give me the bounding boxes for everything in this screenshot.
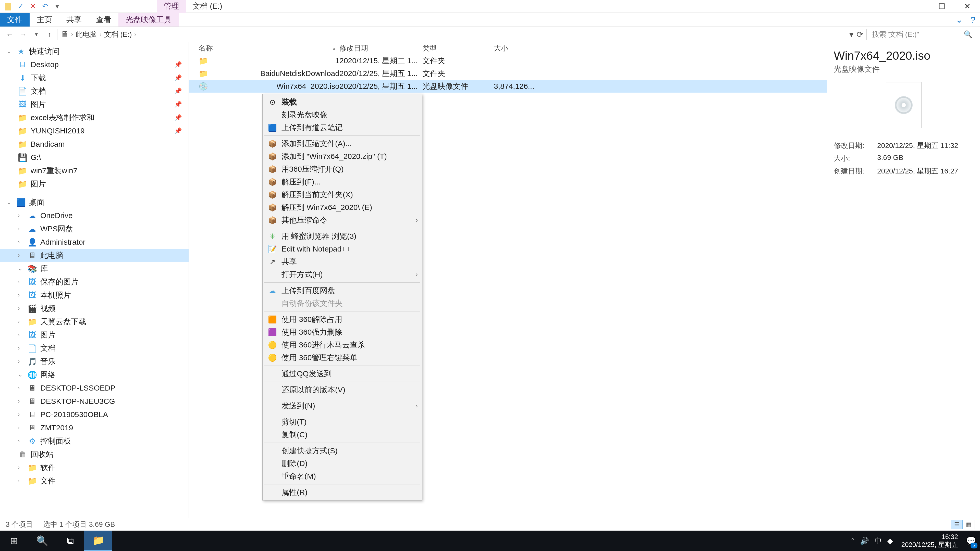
context-menu-item[interactable]: 还原以前的版本(V) bbox=[263, 383, 422, 396]
nav-music[interactable]: ›🎵音乐 bbox=[0, 355, 189, 368]
nav-desktop-root[interactable]: ⌄🟦桌面 bbox=[0, 196, 189, 209]
search-box[interactable]: 搜索"文档 (E:)" 🔍 bbox=[869, 29, 976, 40]
context-menu-item[interactable]: 📦其他压缩命令› bbox=[263, 214, 422, 227]
context-menu-item[interactable]: 创建快捷方式(S) bbox=[263, 445, 422, 457]
context-menu-item[interactable]: 🟦上传到有道云笔记 bbox=[263, 121, 422, 134]
context-menu-item[interactable]: 重命名(M) bbox=[263, 470, 422, 483]
search-icon[interactable]: 🔍 bbox=[964, 30, 973, 38]
context-menu-item[interactable]: 📦解压到 Win7x64_2020\ (E) bbox=[263, 201, 422, 214]
nav-tianyi[interactable]: ›📁天翼云盘下载 bbox=[0, 315, 189, 328]
context-menu-item[interactable]: 通过QQ发送到 bbox=[263, 367, 422, 380]
nav-pictures2[interactable]: 📁图片 bbox=[0, 177, 189, 191]
nav-bandicam[interactable]: 📁Bandicam bbox=[0, 138, 189, 151]
start-button[interactable]: ⊞ bbox=[0, 530, 28, 551]
context-menu-item[interactable]: 📦解压到当前文件夹(X) bbox=[263, 188, 422, 201]
column-type[interactable]: 类型 bbox=[422, 43, 494, 53]
ribbon-tab-home[interactable]: 主页 bbox=[30, 13, 59, 27]
context-menu-item[interactable]: ☁上传到百度网盘 bbox=[263, 284, 422, 297]
action-center-button[interactable]: 💬3 bbox=[962, 530, 980, 551]
file-row[interactable]: 💿Win7x64_2020.iso2020/12/25, 星期五 1...光盘映… bbox=[189, 80, 827, 93]
context-menu-item[interactable]: 打开方式(H)› bbox=[263, 268, 422, 281]
nav-pictures3[interactable]: ›🖼图片 bbox=[0, 328, 189, 341]
nav-library[interactable]: ⌄📚库 bbox=[0, 262, 189, 275]
file-row[interactable]: 📁12020/12/15, 星期二 1...文件夹 bbox=[189, 54, 827, 67]
ime-indicator[interactable]: 中 bbox=[875, 536, 882, 546]
qat-save-icon[interactable]: ✓ bbox=[15, 1, 25, 11]
forward-button[interactable]: → bbox=[18, 29, 29, 40]
context-menu-item[interactable]: 📝Edit with Notepad++ bbox=[263, 243, 422, 256]
breadcrumb-drive[interactable]: 文档 (E:) bbox=[104, 30, 132, 39]
column-name[interactable]: 名称▴ bbox=[189, 43, 339, 53]
context-menu-item[interactable]: ✳用 蜂蜜浏览器 浏览(3) bbox=[263, 230, 422, 243]
nav-recycle-bin[interactable]: 🗑回收站 bbox=[0, 448, 189, 461]
column-date[interactable]: 修改日期 bbox=[339, 43, 422, 53]
qat-dropdown-icon[interactable]: ▾ bbox=[52, 1, 62, 11]
nav-pictures[interactable]: 🖼图片📌 bbox=[0, 98, 189, 111]
column-size[interactable]: 大小 bbox=[494, 43, 552, 53]
nav-pc2[interactable]: ›🖥DESKTOP-NJEU3CG bbox=[0, 395, 189, 408]
context-menu-item[interactable]: 刻录光盘映像 bbox=[263, 108, 422, 121]
context-menu-item[interactable]: 🟧使用 360解除占用 bbox=[263, 313, 422, 326]
nav-documents[interactable]: 📄文档📌 bbox=[0, 84, 189, 98]
maximize-button[interactable]: ☐ bbox=[929, 0, 955, 13]
tray-overflow-icon[interactable]: ˄ bbox=[851, 537, 854, 545]
nav-excel-folder[interactable]: 📁excel表格制作求和📌 bbox=[0, 111, 189, 124]
nav-wps[interactable]: ›☁WPS网盘 bbox=[0, 222, 189, 235]
nav-downloads[interactable]: ⬇下载📌 bbox=[0, 71, 189, 84]
file-row[interactable]: 📁BaiduNetdiskDownload2020/12/25, 星期五 1..… bbox=[189, 67, 827, 80]
ribbon-tab-share[interactable]: 共享 bbox=[59, 13, 89, 27]
nav-network[interactable]: ⌄🌐网络 bbox=[0, 368, 189, 381]
task-view-button[interactable]: ⧉ bbox=[56, 530, 84, 551]
folder-icon[interactable]: ▇ bbox=[3, 1, 13, 11]
nav-desktop[interactable]: 🖥Desktop📌 bbox=[0, 58, 189, 71]
nav-g-drive[interactable]: 💾G:\ bbox=[0, 151, 189, 164]
context-menu-item[interactable]: 属性(R) bbox=[263, 486, 422, 499]
context-menu-item[interactable]: 🟡使用 360管理右键菜单 bbox=[263, 351, 422, 364]
nav-saved-pictures[interactable]: ›🖼保存的图片 bbox=[0, 275, 189, 289]
context-menu-item[interactable]: 📦用360压缩打开(Q) bbox=[263, 163, 422, 176]
nav-quick-access[interactable]: ⌄★快速访问 bbox=[0, 44, 189, 58]
recent-dropdown-icon[interactable]: ▾ bbox=[30, 29, 42, 40]
address-dropdown-icon[interactable]: ▾ bbox=[850, 30, 853, 39]
search-button[interactable]: 🔍 bbox=[28, 530, 56, 551]
context-menu-item[interactable]: 🟡使用 360进行木马云查杀 bbox=[263, 338, 422, 351]
nav-software[interactable]: ›📁软件 bbox=[0, 461, 189, 474]
nav-yunqishi[interactable]: 📁YUNQISHI2019📌 bbox=[0, 124, 189, 138]
nav-pc1[interactable]: ›🖥DESKTOP-LSSOEDP bbox=[0, 381, 189, 395]
nav-administrator[interactable]: ›👤Administrator bbox=[0, 235, 189, 249]
nav-onedrive[interactable]: ›☁OneDrive bbox=[0, 209, 189, 222]
nav-pc3[interactable]: ›🖥PC-20190530OBLA bbox=[0, 408, 189, 421]
details-view-button[interactable]: ☰ bbox=[951, 520, 963, 529]
context-menu-item[interactable]: 删除(D) bbox=[263, 457, 422, 470]
nav-files[interactable]: ›📁文件 bbox=[0, 474, 189, 487]
taskbar-clock[interactable]: 16:32 2020/12/25, 星期五 bbox=[897, 533, 962, 549]
minimize-button[interactable]: — bbox=[904, 0, 929, 13]
context-menu-item[interactable]: 📦解压到(F)... bbox=[263, 176, 422, 188]
refresh-icon[interactable]: ⟳ bbox=[856, 30, 863, 39]
icons-view-button[interactable]: ▦ bbox=[963, 520, 974, 529]
nav-control-panel[interactable]: ›⚙控制面板 bbox=[0, 434, 189, 448]
context-menu-item[interactable]: ↗共享 bbox=[263, 256, 422, 268]
ribbon-tab-file[interactable]: 文件 bbox=[0, 13, 30, 27]
context-menu-item[interactable]: 📦添加到压缩文件(A)... bbox=[263, 137, 422, 150]
close-button[interactable]: ✕ bbox=[955, 0, 980, 13]
context-menu-item[interactable]: 发送到(N)› bbox=[263, 400, 422, 412]
nav-pc4[interactable]: ›🖥ZMT2019 bbox=[0, 421, 189, 434]
nav-docs3[interactable]: ›📄文档 bbox=[0, 341, 189, 355]
nav-video[interactable]: ›🎬视频 bbox=[0, 302, 189, 315]
breadcrumb-pc[interactable]: 此电脑 bbox=[76, 30, 97, 39]
qat-delete-icon[interactable]: ✕ bbox=[27, 1, 38, 11]
up-button[interactable]: ↑ bbox=[44, 29, 55, 40]
context-menu-item[interactable]: 📦添加到 "Win7x64_2020.zip" (T) bbox=[263, 150, 422, 163]
ribbon-tab-disc-tools[interactable]: 光盘映像工具 bbox=[118, 13, 179, 27]
context-menu-item[interactable]: 🟪使用 360强力删除 bbox=[263, 326, 422, 338]
nav-win7[interactable]: 📁win7重装win7 bbox=[0, 164, 189, 177]
context-menu-item[interactable]: 剪切(T) bbox=[263, 416, 422, 428]
tray-app-icon[interactable]: ◆ bbox=[887, 537, 893, 545]
nav-local-pictures[interactable]: ›🖼本机照片 bbox=[0, 289, 189, 302]
nav-this-pc[interactable]: ›🖥此电脑 bbox=[0, 249, 189, 262]
context-menu-item[interactable]: 复制(C) bbox=[263, 428, 422, 441]
volume-icon[interactable]: 🔊 bbox=[860, 537, 869, 545]
back-button[interactable]: ← bbox=[4, 29, 15, 40]
context-menu-item[interactable]: ⊙装载 bbox=[263, 96, 422, 108]
